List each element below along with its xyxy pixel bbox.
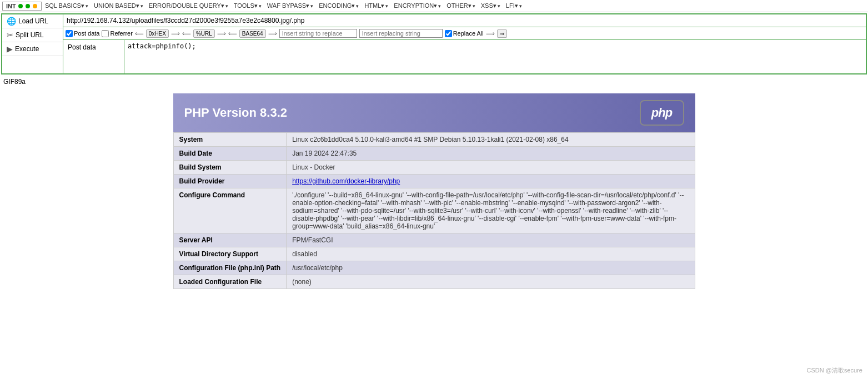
html-menu[interactable]: HTML▾ [362,1,390,11]
execute-button[interactable]: ▶ Execute [2,42,63,56]
table-cell-value: /usr/local/etc/php [287,261,695,275]
table-row: Build Providerhttps://github.com/docker-… [173,175,695,188]
split-url-icon: ✂ [7,31,13,39]
top-navigation: INT SQL BASICS▾ UNION BASED▾ ERROR/DOUBL… [0,0,868,12]
post-data-section: Post data [63,40,866,73]
url-input[interactable] [63,14,866,27]
php-table-body: SystemLinux c2c6b1dd0ca4 5.10.0-kali3-am… [173,133,695,289]
waf-bypass-menu[interactable]: WAF BYPASS▾ [265,1,315,11]
php-header: PHP Version 8.3.2 php [173,93,695,132]
main-panel: 🌐 Load URL ✂ Split URL ▶ Execute Post da… [1,13,867,74]
table-row: Server APIFPM/FastCGI [173,233,695,247]
referrer-checkbox[interactable] [102,30,109,37]
insert-string-input[interactable] [279,29,357,38]
base64-btn[interactable]: BASE64 [239,29,266,38]
split-url-label: Split URL [16,31,44,39]
table-cell-value: Jan 19 2024 22:47:35 [287,147,695,161]
percent-url-btn[interactable]: %URL [193,29,215,38]
table-row: Configure Command'./configure' '--build=… [173,188,695,233]
referrer-checkbox-label[interactable]: Referrer [102,30,132,37]
table-cell-key: Loaded Configuration File [173,275,287,289]
hex-btn[interactable]: 0xHEX [146,29,169,38]
table-cell-key: Configure Command [173,188,287,233]
b64-arrow-right: ⟹ [268,30,277,37]
xss-menu[interactable]: XSS▾ [479,1,503,11]
url-input-row [63,14,866,27]
int-label: INT [6,3,16,9]
toolbar-row: Post data Referrer ⟸ 0xHEX ⟹ ⟸ %URL ⟹ ⟸ … [63,27,866,40]
load-url-button[interactable]: 🌐 Load URL [2,14,63,28]
gif-label: GIF89a [0,76,868,88]
union-based-menu[interactable]: UNION BASED▾ [92,1,145,11]
table-cell-value: './configure' '--build=x86_64-linux-gnu'… [287,188,695,233]
referrer-label: Referrer [110,30,132,37]
table-cell-key: Build Date [173,147,287,161]
table-cell-key: System [173,133,287,147]
php-logo: php [640,100,684,126]
status-dot-green2 [26,4,30,8]
hex-arrow-left: ⟸ [135,30,144,37]
status-dot-green [18,4,23,8]
post-data-col-label: Post data [68,43,96,51]
table-cell-key: Configuration File (php.ini) Path [173,261,287,275]
b64-arrow-left: ⟸ [228,30,237,37]
replace-final-btn[interactable]: ⇒ [497,29,507,38]
split-url-button[interactable]: ✂ Split URL [2,28,63,42]
table-cell-value[interactable]: https://github.com/docker-library/php [287,175,695,188]
table-row: Virtual Directory Supportdisabled [173,247,695,261]
table-cell-value: Linux - Docker [287,161,695,175]
replace-all-checkbox[interactable] [445,30,452,37]
table-cell-value: FPM/FastCGI [287,233,695,247]
int-selector[interactable]: INT [2,2,42,11]
tools-menu[interactable]: TOOLS▾ [232,1,264,11]
table-row: SystemLinux c2c6b1dd0ca4 5.10.0-kali3-am… [173,133,695,147]
lfi-menu[interactable]: LFI▾ [504,1,524,11]
error-double-menu[interactable]: ERROR/DOUBLE QUERY▾ [147,1,230,11]
php-info-table: SystemLinux c2c6b1dd0ca4 5.10.0-kali3-am… [173,132,695,289]
insert-replacing-input[interactable] [359,29,443,38]
table-cell-value: (none) [287,275,695,289]
left-panel: 🌐 Load URL ✂ Split URL ▶ Execute [2,14,63,73]
table-cell-key: Build System [173,161,287,175]
php-info-section: PHP Version 8.3.2 php SystemLinux c2c6b1… [173,93,695,289]
table-row: Configuration File (php.ini) Path/usr/lo… [173,261,695,275]
table-cell-key: Build Provider [173,175,287,188]
url-area: Post data Referrer ⟸ 0xHEX ⟹ ⟸ %URL ⟹ ⟸ … [63,14,866,73]
table-cell-value: Linux c2c6b1dd0ca4 5.10.0-kali3-amd64 #1… [287,133,695,147]
sql-basics-menu[interactable]: SQL BASICS▾ [43,1,91,11]
status-dot-orange [33,4,37,8]
post-data-textarea[interactable] [124,40,866,73]
php-version-text: PHP Version 8.3.2 [184,106,287,120]
load-url-icon: 🌐 [7,17,16,26]
replace-all-text: Replace All [453,30,484,37]
post-data-checkbox[interactable] [66,30,73,37]
table-cell-key: Server API [173,233,287,247]
replace-all-label[interactable]: Replace All [445,30,484,37]
execute-label: Execute [15,45,39,53]
post-data-label-column: Post data [63,40,124,73]
post-data-checkbox-label[interactable]: Post data [66,30,99,37]
load-url-label: Load URL [18,17,48,25]
replace-arrow: ⟹ [486,30,495,37]
purl-arrow-left: ⟸ [182,30,191,37]
encoding-menu[interactable]: ENCODING▾ [317,1,361,11]
table-row: Build DateJan 19 2024 22:47:35 [173,147,695,161]
purl-arrow-right: ⟹ [217,30,226,37]
table-cell-value: disabled [287,247,695,261]
execute-icon: ▶ [7,44,13,53]
other-menu[interactable]: OTHER▾ [444,1,478,11]
table-cell-key: Virtual Directory Support [173,247,287,261]
encryption-menu[interactable]: ENCRYPTION▾ [392,1,443,11]
hex-arrow-right: ⟹ [171,30,180,37]
table-row: Build SystemLinux - Docker [173,161,695,175]
post-data-label: Post data [74,30,99,37]
table-row: Loaded Configuration File(none) [173,275,695,289]
